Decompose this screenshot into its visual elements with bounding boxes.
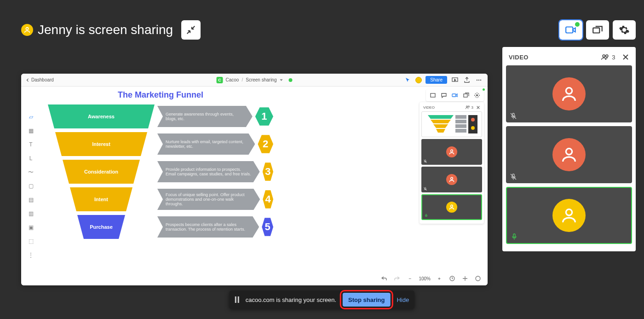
more-tools-icon[interactable]: ⋮: [27, 251, 34, 259]
funnel-step-number: 1: [255, 106, 273, 127]
svg-point-36: [451, 205, 453, 207]
svg-point-12: [477, 79, 477, 80]
participant-avatar: [552, 199, 586, 232]
table-tool-icon[interactable]: ▤: [27, 196, 34, 203]
zoom-level[interactable]: 100%: [419, 276, 431, 281]
cacoo-breadcrumb: C Cacoo / Screen sharing: [217, 77, 293, 83]
video-tile[interactable]: [506, 126, 632, 183]
svg-point-20: [468, 106, 469, 107]
undo-button[interactable]: [380, 274, 388, 283]
funnel-row: Interest Nurture leads with email, targe…: [48, 132, 273, 156]
pointer-icon[interactable]: [403, 76, 412, 84]
svg-point-30: [471, 118, 475, 122]
svg-point-32: [451, 150, 453, 152]
recording-indicator-icon: [575, 22, 580, 27]
svg-point-34: [451, 177, 453, 180]
funnel-stage: Purchase: [77, 215, 125, 239]
funnel-step-number: 4: [263, 189, 273, 209]
svg-point-3: [603, 55, 605, 57]
svg-point-39: [476, 276, 480, 281]
funnel-desc: Focus of unique selling point. Offer pro…: [157, 189, 260, 210]
participant-avatar: [446, 202, 457, 213]
mic-active-icon: [424, 214, 428, 218]
select-tool-icon[interactable]: ▱: [27, 113, 34, 121]
svg-rect-26: [455, 120, 466, 123]
svg-rect-16: [452, 94, 456, 97]
top-right-controls: [559, 20, 636, 40]
svg-point-13: [478, 79, 479, 80]
svg-point-9: [566, 209, 572, 215]
video-panel-header: VIDEO 3: [506, 51, 632, 65]
fit-icon[interactable]: [461, 274, 469, 283]
zoom-in-button[interactable]: +: [435, 274, 443, 283]
settings-button[interactable]: [613, 20, 636, 40]
funnel-desc: Prospects become clients after a sales t…: [157, 216, 259, 238]
mic-active-icon: [511, 233, 518, 240]
funnel-desc: Generate awareness through events, blogs…: [157, 106, 253, 127]
video-tile[interactable]: [506, 187, 632, 244]
help-icon[interactable]: [474, 274, 482, 283]
user-avatar-icon[interactable]: [415, 77, 422, 83]
image-tool-icon[interactable]: ▣: [27, 224, 34, 231]
svg-point-7: [566, 149, 572, 155]
present-icon[interactable]: [451, 76, 459, 84]
cacoo-topbar: Dashboard C Cacoo / Screen sharing Share: [21, 74, 488, 87]
stop-sharing-button[interactable]: Stop sharing: [343, 293, 390, 307]
close-video-panel-button[interactable]: [622, 53, 629, 61]
video-chat-icon[interactable]: [451, 91, 459, 99]
mic-muted-icon: [510, 112, 517, 120]
mic-muted-icon: [423, 159, 427, 163]
svg-rect-25: [455, 115, 466, 119]
share-toast-message: cacoo.com is sharing your screen.: [246, 296, 336, 303]
shapes-icon[interactable]: [429, 91, 437, 99]
zoom-out-button[interactable]: −: [406, 274, 414, 283]
screens-button[interactable]: [586, 20, 609, 40]
svg-marker-22: [431, 120, 451, 123]
share-button[interactable]: Share: [426, 76, 447, 84]
funnel-stage: Awareness: [48, 104, 155, 128]
svg-rect-10: [513, 234, 515, 237]
funnel-step-number: 2: [258, 134, 273, 154]
line-tool-icon[interactable]: L: [27, 155, 34, 162]
funnel-row: Purchase Prospects become clients after …: [48, 215, 273, 239]
redo-button[interactable]: [393, 274, 401, 283]
close-icon[interactable]: [476, 105, 480, 110]
funnel-row: Awareness Generate awareness through eve…: [48, 104, 273, 128]
video-tile[interactable]: [506, 65, 632, 122]
inner-screen-thumbnail[interactable]: [421, 111, 482, 137]
svg-rect-2: [593, 28, 599, 33]
comment-icon[interactable]: [440, 91, 448, 99]
svg-point-14: [480, 79, 481, 80]
svg-point-5: [566, 88, 572, 94]
settings-icon[interactable]: [473, 91, 481, 99]
hide-toast-link[interactable]: Hide: [397, 296, 409, 303]
video-toggle-button[interactable]: [559, 20, 582, 40]
presenter-title: Jenny is screen sharing: [38, 23, 173, 37]
shared-screen: Dashboard C Cacoo / Screen sharing Share: [21, 74, 488, 285]
svg-point-18: [476, 94, 478, 96]
funnel-desc: Provide product information to prospects…: [157, 161, 260, 182]
more-menu-icon[interactable]: [475, 76, 483, 84]
collapse-share-button[interactable]: [181, 20, 201, 40]
layers-icon[interactable]: [462, 91, 470, 99]
sticky-tool-icon[interactable]: ▢: [27, 182, 34, 190]
document-name: Screen sharing: [246, 77, 276, 82]
chart-tool-icon[interactable]: ▥: [27, 210, 34, 217]
export-icon[interactable]: [463, 76, 471, 84]
participant-avatar: [446, 146, 457, 157]
embed-tool-icon[interactable]: ⬚: [27, 238, 34, 245]
svg-point-0: [26, 28, 28, 30]
back-to-dashboard-link[interactable]: Dashboard: [26, 77, 54, 82]
inner-video-tile[interactable]: [421, 194, 482, 220]
funnel-title: The Marketing Funnel: [48, 90, 273, 100]
cacoo-zoom-bar: − 100% +: [380, 274, 482, 283]
frame-tool-icon[interactable]: ▦: [27, 127, 34, 134]
funnel-step-number: 5: [262, 217, 273, 237]
pen-tool-icon[interactable]: 〜: [27, 168, 34, 176]
inner-video-tile[interactable]: [421, 167, 482, 192]
cacoo-secondary-toolbar: [426, 89, 484, 101]
inner-video-tile[interactable]: [421, 139, 482, 165]
history-icon[interactable]: [448, 274, 456, 283]
pause-icon[interactable]: [235, 296, 239, 303]
text-tool-icon[interactable]: T: [27, 141, 34, 148]
